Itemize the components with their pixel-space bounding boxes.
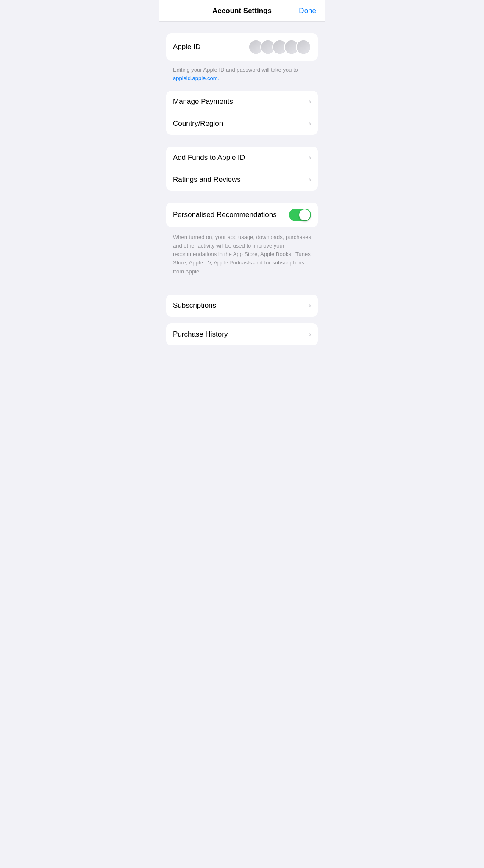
country-region-row[interactable]: Country/Region › <box>166 113 318 135</box>
apple-id-card[interactable]: Apple ID <box>166 33 318 61</box>
subscriptions-row[interactable]: Subscriptions › <box>166 295 318 317</box>
ratings-reviews-label: Ratings and Reviews <box>173 175 309 184</box>
chevron-right-icon: › <box>309 98 311 105</box>
purchase-history-row[interactable]: Purchase History › <box>166 323 318 345</box>
payments-region-group: Manage Payments › Country/Region › <box>166 91 318 135</box>
add-funds-label: Add Funds to Apple ID <box>173 153 309 162</box>
avatar <box>296 39 311 55</box>
ratings-reviews-row[interactable]: Ratings and Reviews › <box>166 169 318 191</box>
purchase-history-group: Purchase History › <box>166 323 318 345</box>
personalised-card: Personalised Recommendations <box>166 203 318 227</box>
personalised-label: Personalised Recommendations <box>173 211 289 219</box>
apple-id-label: Apple ID <box>173 43 248 51</box>
apple-id-hint: Editing your Apple ID and password will … <box>166 64 318 87</box>
add-funds-row[interactable]: Add Funds to Apple ID › <box>166 147 318 169</box>
chevron-right-icon: › <box>309 176 311 183</box>
manage-payments-row[interactable]: Manage Payments › <box>166 91 318 113</box>
manage-payments-label: Manage Payments <box>173 97 309 106</box>
funds-ratings-group: Add Funds to Apple ID › Ratings and Revi… <box>166 147 318 191</box>
page-title: Account Settings <box>212 7 272 15</box>
toggle-knob <box>299 209 310 220</box>
done-button[interactable]: Done <box>299 7 316 15</box>
chevron-right-icon: › <box>309 331 311 338</box>
personalised-hint: When turned on, your app usage, download… <box>166 231 318 283</box>
apple-id-avatar-group <box>248 39 311 55</box>
header: Account Settings Done <box>159 0 325 22</box>
chevron-right-icon: › <box>309 154 311 161</box>
content: Apple ID Editing your Apple ID and passw… <box>159 22 325 366</box>
apple-id-section: Apple ID Editing your Apple ID and passw… <box>166 33 318 87</box>
personalised-section: Personalised Recommendations When turned… <box>166 203 318 283</box>
country-region-label: Country/Region <box>173 120 309 128</box>
purchase-history-label: Purchase History <box>173 330 309 339</box>
chevron-right-icon: › <box>309 120 311 127</box>
subscriptions-group: Subscriptions › <box>166 295 318 317</box>
subscriptions-label: Subscriptions <box>173 301 309 310</box>
personalised-toggle[interactable] <box>289 209 311 221</box>
chevron-right-icon: › <box>309 302 311 309</box>
apple-id-link[interactable]: appleid.apple.com. <box>173 75 219 81</box>
